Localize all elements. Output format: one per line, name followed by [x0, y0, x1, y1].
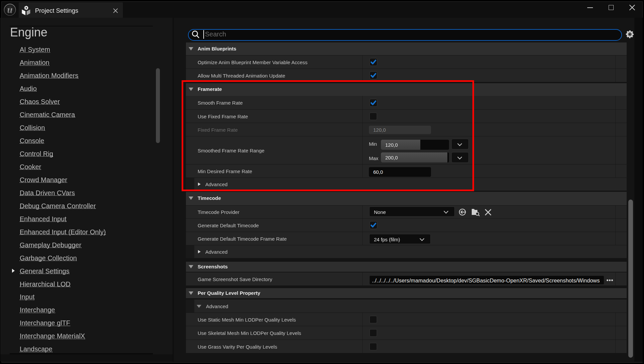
svg-text:u: u	[7, 4, 13, 15]
